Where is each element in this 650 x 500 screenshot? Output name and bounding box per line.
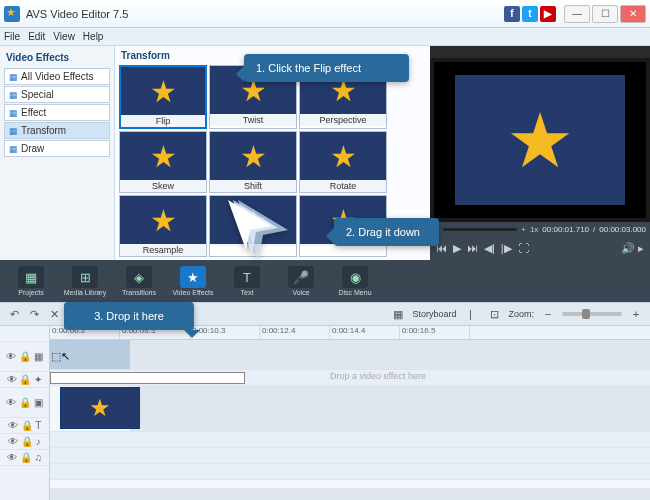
callout-2: 2. Drag it down [334,218,439,246]
thumb-label: Skew [120,180,206,192]
disc-menu-icon: ◉ [342,266,368,288]
divider: | [460,305,480,323]
drag-cursor-icon [228,200,288,264]
delete-button[interactable]: ✕ [44,305,64,323]
category-all[interactable]: All Video Effects [4,68,110,85]
track-audio2[interactable] [50,464,650,480]
main-toolbar: ▦Projects⊞Media Library◈Transitions★Vide… [0,260,650,302]
thumb-label: Shift [210,180,296,192]
toolbar-voice-button[interactable]: 🎤Voice [276,266,326,296]
time-current: 00:00:01.710 [542,225,589,234]
toolbar-transitions-button[interactable]: ◈Transitions [114,266,164,296]
time-total: 00:00:03.000 [599,225,646,234]
zoom-out-button[interactable]: − [538,305,558,323]
category-effect[interactable]: Effect [4,104,110,121]
track-video-header[interactable]: 👁 🔒 ▦ [0,342,49,372]
toolbar-media-library-button[interactable]: ⊞Media Library [60,266,110,296]
horizontal-scrollbar[interactable] [50,488,650,500]
fullscreen-button[interactable]: ⛶ [518,242,529,254]
next-button[interactable]: ⏭ [467,242,478,254]
effect-thumb-flip[interactable]: ★Flip [119,65,207,129]
maximize-button[interactable]: ☐ [592,5,618,23]
app-icon [4,6,20,22]
close-button[interactable]: ✕ [620,5,646,23]
ruler-tick: 0:00:12.4 [260,326,330,339]
menu-view[interactable]: View [53,31,75,42]
star-icon: ★ [330,139,357,174]
effect-dropzone[interactable] [50,372,245,384]
star-icon: ★ [89,394,111,422]
drop-cursor-icon: ⬚↖ [51,350,70,363]
playback-speed: 1x [530,225,538,234]
ruler-tick: 0:00:16.5 [400,326,470,339]
storyboard-icon[interactable]: ▦ [388,305,408,323]
toolbar-video-effects-button[interactable]: ★Video Effects [168,266,218,296]
text-icon: T [234,266,260,288]
track-text[interactable] [50,432,650,448]
transitions-icon: ◈ [126,266,152,288]
effects-category-panel: Video Effects All Video Effects Special … [0,46,115,260]
menubar: File Edit View Help [0,28,650,46]
toolbar-label: Transitions [122,289,156,296]
track-audio2-header[interactable]: 👁 🔒 ♫ [0,450,49,466]
toolbar-text-button[interactable]: TText [222,266,272,296]
track-audio1-header[interactable]: 👁 🔒 ♪ [0,434,49,450]
track-media[interactable]: ★ [50,386,650,432]
redo-button[interactable]: ↷ [24,305,44,323]
effect-hint: Drop a video effect here [330,371,426,381]
track-media-header[interactable]: 👁 🔒 ▣ [0,388,49,418]
volume-button[interactable]: 🔊 ▸ [621,242,644,255]
zoom-slider[interactable] [562,312,622,316]
menu-file[interactable]: File [4,31,20,42]
video-clip[interactable]: ★ [60,387,140,429]
toolbar-label: Text [241,289,254,296]
titlebar: AVS Video Editor 7.5 f t ▶ — ☐ ✕ [0,0,650,28]
media-library-icon: ⊞ [72,266,98,288]
storyboard-label[interactable]: Storyboard [412,309,456,319]
ruler-tick: 0:00:10.3 [190,326,260,339]
fit-button[interactable]: ⊡ [484,305,504,323]
facebook-icon[interactable]: f [504,6,520,22]
effect-thumb-resample[interactable]: ★Resample [119,195,207,257]
category-draw[interactable]: Draw [4,140,110,157]
thumb-label: Resample [120,244,206,256]
step-fwd-button[interactable]: |▶ [501,242,512,255]
toolbar-disc-menu-button[interactable]: ◉Disc Menu [330,266,380,296]
toolbar-label: Disc Menu [338,289,371,296]
zoom-in-button[interactable]: + [626,305,646,323]
track-video[interactable] [50,340,650,370]
menu-edit[interactable]: Edit [28,31,45,42]
menu-help[interactable]: Help [83,31,104,42]
preview-video: ★ [434,62,646,218]
effect-thumb-skew[interactable]: ★Skew [119,131,207,193]
zoom-label: Zoom: [508,309,534,319]
track-effect-header[interactable]: 👁 🔒 ✦ [0,372,49,388]
star-icon: ★ [150,203,177,238]
ruler-tick: 0:00:14.4 [330,326,400,339]
category-transform[interactable]: Transform [4,122,110,139]
toolbar-label: Media Library [64,289,106,296]
effect-thumb-rotate[interactable]: ★Rotate [299,131,387,193]
undo-button[interactable]: ↶ [4,305,24,323]
speed-plus-button[interactable]: + [521,225,526,234]
speed-bar[interactable] [443,228,518,231]
thumb-label: Perspective [300,114,386,126]
minimize-button[interactable]: — [564,5,590,23]
step-back-button[interactable]: ◀| [484,242,495,255]
effect-thumb-shift[interactable]: ★Shift [209,131,297,193]
preview-topbar [430,46,650,58]
track-audio1[interactable] [50,448,650,464]
callout-3: 3. Drop it here [64,302,194,330]
tracks-area[interactable]: 0:00:06.20:00:08.30:00:10.30:00:12.40:00… [50,326,650,500]
track-text-header[interactable]: 👁 🔒 T [0,418,49,434]
thumb-label: Twist [210,114,296,126]
toolbar-projects-button[interactable]: ▦Projects [6,266,56,296]
category-special[interactable]: Special [4,86,110,103]
twitter-icon[interactable]: t [522,6,538,22]
play-button[interactable]: ▶ [453,242,461,255]
youtube-icon[interactable]: ▶ [540,6,556,22]
toolbar-label: Projects [18,289,43,296]
voice-icon: 🎤 [288,266,314,288]
effects-panel-header: Video Effects [0,50,114,67]
track-effect[interactable]: Drop a video effect here [50,370,650,386]
